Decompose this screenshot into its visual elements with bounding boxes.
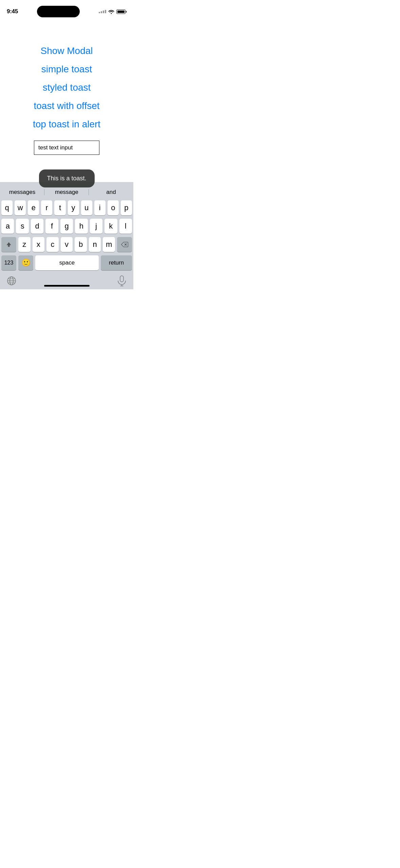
keyboard-footer [0, 272, 133, 289]
numeric-key[interactable]: 123 [1, 255, 16, 270]
main-content: Show Modal simple toast styled toast toa… [0, 18, 133, 155]
text-input-container [34, 141, 99, 155]
autocomplete-item-2[interactable]: and [89, 187, 133, 197]
status-bar: 9:45 [0, 0, 133, 18]
autocomplete-item-0[interactable]: messages [0, 187, 44, 197]
key-o[interactable]: o [108, 200, 119, 215]
key-j[interactable]: j [90, 219, 102, 234]
key-a[interactable]: a [1, 219, 14, 234]
dynamic-island [37, 6, 80, 17]
key-g[interactable]: g [60, 219, 73, 234]
key-h[interactable]: h [75, 219, 88, 234]
wifi-icon [108, 10, 114, 14]
key-w[interactable]: w [15, 200, 26, 215]
key-d[interactable]: d [31, 219, 43, 234]
key-u[interactable]: u [81, 200, 92, 215]
key-row-2: a s d f g h j k l [1, 219, 132, 234]
key-row-3: z x c v b n m [1, 237, 132, 252]
delete-icon [121, 242, 128, 247]
shift-icon [5, 241, 12, 248]
toast-with-offset-link[interactable]: toast with offset [34, 101, 99, 111]
keyboard-rows: q w e r t y u i o p a s d f g h j k l [0, 200, 133, 252]
key-b[interactable]: b [75, 237, 87, 252]
shift-key[interactable] [1, 237, 16, 252]
key-y[interactable]: y [68, 200, 79, 215]
key-q[interactable]: q [1, 200, 13, 215]
emoji-key[interactable]: 🙂 [18, 255, 33, 270]
key-n[interactable]: n [89, 237, 101, 252]
status-time: 9:45 [7, 8, 18, 15]
key-z[interactable]: z [18, 237, 31, 252]
toast-message: This is a toast. [39, 169, 94, 187]
globe-icon[interactable] [7, 276, 16, 286]
key-e[interactable]: e [28, 200, 39, 215]
key-s[interactable]: s [16, 219, 28, 234]
styled-toast-link[interactable]: styled toast [43, 82, 91, 93]
keyboard: messages message and q w e r t y u i o p… [0, 182, 133, 289]
key-r[interactable]: r [41, 200, 52, 215]
top-toast-in-alert-link[interactable]: top toast in alert [33, 119, 100, 130]
key-l[interactable]: l [119, 219, 132, 234]
key-x[interactable]: x [33, 237, 45, 252]
keyboard-bottom-row: 123 🙂 space return [0, 255, 133, 270]
microphone-icon[interactable] [117, 275, 127, 286]
home-indicator [44, 285, 90, 287]
key-t[interactable]: t [54, 200, 65, 215]
key-row-1: q w e r t y u i o p [1, 200, 132, 215]
key-m[interactable]: m [103, 237, 115, 252]
key-p[interactable]: p [121, 200, 132, 215]
space-key[interactable]: space [35, 255, 99, 270]
signal-icon [99, 10, 106, 13]
show-modal-link[interactable]: Show Modal [40, 46, 93, 56]
key-c[interactable]: c [46, 237, 59, 252]
autocomplete-item-1[interactable]: message [44, 187, 89, 197]
key-i[interactable]: i [94, 200, 106, 215]
key-k[interactable]: k [104, 219, 117, 234]
test-text-input[interactable] [34, 141, 99, 155]
delete-key[interactable] [117, 237, 132, 252]
key-v[interactable]: v [61, 237, 73, 252]
return-key[interactable]: return [101, 255, 132, 270]
simple-toast-link[interactable]: simple toast [41, 64, 92, 75]
key-f[interactable]: f [45, 219, 58, 234]
svg-rect-5 [120, 276, 123, 282]
toast-container: This is a toast. [39, 169, 94, 187]
battery-icon [116, 10, 127, 14]
status-icons [99, 10, 127, 14]
